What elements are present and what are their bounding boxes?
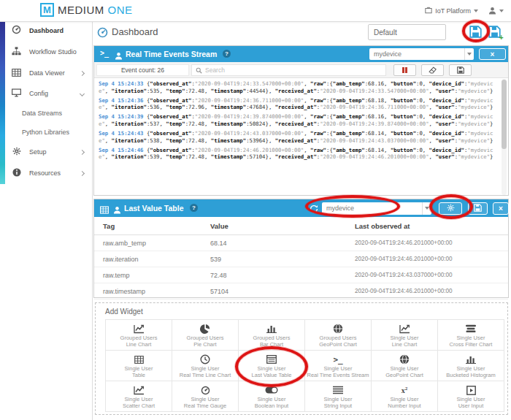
- sidebar-item-dashboard[interactable]: Dashboard: [0, 24, 93, 37]
- pause-stream-button[interactable]: [393, 64, 416, 76]
- sidebar-item-workflow-studio[interactable]: Workflow Studio: [0, 45, 93, 58]
- floppy-save-icon: [474, 202, 482, 215]
- save-dashboard-button[interactable]: [468, 26, 483, 40]
- event-count: Event count: 26: [96, 64, 189, 76]
- stream-close-button[interactable]: ×: [479, 48, 506, 60]
- widget-cell-line1: Single User: [239, 396, 304, 402]
- export-stream-button[interactable]: [449, 64, 472, 76]
- widget-cell-line2: GeoPoint Chart: [305, 341, 371, 348]
- toggle-icon: [239, 384, 304, 396]
- user-icon: [115, 50, 123, 63]
- globe-icon: [305, 323, 371, 335]
- sidebar-item-python-libraries[interactable]: Python Libraries: [0, 126, 93, 139]
- log-entry: Sep 4 15:24:46 {"observed_at":"2020-09-0…: [99, 147, 497, 161]
- events-log: Sep 4 15:24:33 {"observed_at":"2020-09-0…: [94, 78, 500, 196]
- widget-cell-single-user-line-chart[interactable]: Single User Line Chart: [372, 320, 438, 351]
- widget-cell-line2: Real Time Events Stream: [305, 372, 371, 378]
- widget-cell-single-user-real-time-line-chart[interactable]: Single User Real Time Line Chart: [172, 351, 239, 381]
- sidebar-item-label: Python Libraries: [22, 129, 69, 136]
- widget-cell-line2: Real Time Gauge: [172, 402, 238, 409]
- cross-filter-icon: [438, 323, 504, 335]
- widget-cell-line2: Real Time Line Chart: [172, 372, 238, 378]
- widget-cell-single-user-scatter-chart[interactable]: Single User Scatter Chart: [106, 381, 172, 412]
- widget-cell-line1: Single User: [172, 396, 238, 402]
- table-row: raw.amb_temp 68.14 2020-09-04T19:24:46.2…: [94, 235, 508, 251]
- widget-cell-single-user-real-time-gauge[interactable]: Single User Real Time Gauge: [172, 381, 239, 412]
- floppy-save-icon: [457, 64, 464, 77]
- sidebar-item-resources[interactable]: Resources: [0, 167, 93, 180]
- sidebar-item-label: Data Viewer: [29, 69, 65, 77]
- user-icon: [488, 7, 496, 16]
- clock-icon: [172, 354, 238, 365]
- widget-cell-grouped-users-pie-chart[interactable]: Grouped Users Pie Chart: [172, 320, 239, 351]
- log-entry: Sep 4 15:24:39 {"observed_at":"2020-09-0…: [99, 113, 497, 127]
- chevron-down-icon: [425, 207, 429, 210]
- clear-stream-button[interactable]: [421, 64, 444, 76]
- log-timestamp: Sep 4 15:24:36: [99, 97, 144, 104]
- gauge-icon: [11, 24, 22, 37]
- globe-icon: [372, 354, 437, 365]
- widget-cell-line1: Grouped Users: [106, 335, 172, 341]
- widget-cell-single-user-number-input[interactable]: x2 Single User Number Input: [372, 381, 438, 412]
- log-timestamp: Sep 4 15:24:43: [99, 130, 144, 137]
- x-squared-icon: x2: [372, 384, 437, 396]
- help-icon[interactable]: ?: [223, 50, 231, 58]
- chevron-down-icon: [474, 9, 478, 12]
- sidebar-item-config[interactable]: Config: [0, 87, 93, 100]
- widget-cell-single-user-geopoint-chart[interactable]: Single User GeoPoint Chart: [372, 351, 438, 381]
- widget-cell-line1: Single User: [106, 396, 172, 402]
- stream-device-select[interactable]: mydevice: [369, 48, 474, 60]
- dashboard-name-input[interactable]: [368, 24, 446, 40]
- lvt-export-button[interactable]: [468, 202, 488, 215]
- sidebar-item-data-streams[interactable]: Data Streams: [0, 107, 93, 120]
- widget-cell-line1: Single User: [372, 396, 437, 402]
- stream-search-input[interactable]: [205, 66, 366, 74]
- table-row: raw.timestamp 57104 2020-09-04T19:24:46.…: [94, 283, 508, 299]
- table-icon: [11, 66, 22, 80]
- lvt-settings-button[interactable]: [439, 202, 462, 215]
- widget-cell-line2: Line Chart: [106, 341, 172, 348]
- help-icon[interactable]: ?: [190, 204, 198, 212]
- widget-cell-grouped-users-line-chart[interactable]: Grouped Users Line Chart: [106, 320, 172, 351]
- widget-cell-line2: Boolean Input: [239, 402, 304, 409]
- widget-cell-grouped-users-geopoint-chart[interactable]: Grouped Users GeoPoint Chart: [305, 320, 372, 351]
- widget-cell-single-user-cross-filter-chart[interactable]: Single User Cross Filter Chart: [438, 320, 504, 351]
- widget-cell-single-user-bucketed-histogram[interactable]: Single User Bucketed Histogram: [438, 351, 504, 381]
- widget-cell-single-user-last-value-table[interactable]: Single User Last Value Table: [239, 351, 305, 381]
- table-icon: [106, 354, 172, 365]
- widget-cell-line2: Number Input: [372, 402, 437, 409]
- scrollbar-thumb[interactable]: [502, 80, 507, 149]
- chevron-right-icon: [80, 170, 85, 175]
- refresh-icon[interactable]: [310, 203, 318, 216]
- brand-medium: MEDIUM: [58, 4, 104, 16]
- widget-cell-single-user-real-time-events-stream[interactable]: >_ Single User Real Time Events Stream: [305, 351, 372, 381]
- log-timestamp: Sep 4 15:24:39: [99, 113, 144, 120]
- platform-menu[interactable]: IoT Platform: [425, 7, 478, 15]
- lvt-close-button[interactable]: ×: [493, 202, 509, 215]
- cell-value: 72.48: [210, 272, 227, 279]
- widget-cell-line2: Scatter Chart: [106, 402, 172, 409]
- widget-cell-line1: Grouped Users: [172, 335, 238, 341]
- last-value-table-widget: Last Value Table ? mydevice ×: [93, 199, 509, 298]
- widget-cell-line1: Single User: [106, 365, 172, 372]
- widget-cell-single-user-table[interactable]: Single User Table: [106, 351, 172, 381]
- widget-cell-line2: Bucketed Histogram: [438, 372, 504, 378]
- real-time-events-stream-widget: >_ Real Time Events Stream ? mydevice × …: [93, 45, 509, 196]
- widget-cell-line2: Bar Chart: [239, 341, 304, 348]
- cell-tag: raw.temp: [103, 272, 130, 279]
- widget-cell-grouped-users-bar-chart[interactable]: Grouped Users Bar Chart: [239, 320, 305, 351]
- stream-device-value: mydevice: [369, 50, 464, 58]
- cell-last-observed: 2020-09-04T19:24:43.037000+00:00: [355, 272, 453, 278]
- widget-cell-single-user-boolean-input[interactable]: Single User Boolean Input: [239, 381, 305, 412]
- lvt-widget-header: Last Value Table ? mydevice ×: [94, 199, 508, 217]
- cell-last-observed: 2020-09-04T19:24:46.201000+00:00: [355, 240, 453, 246]
- sidebar-item-setup[interactable]: Setup: [0, 145, 93, 159]
- widget-cell-line2: Pie Chart: [172, 341, 238, 348]
- sidebar-item-data-viewer[interactable]: Data Viewer: [0, 66, 93, 80]
- log-scrollbar[interactable]: [502, 79, 507, 195]
- widget-cell-single-user-string-input[interactable]: Single User String Input: [305, 381, 372, 412]
- add-dashboard-button[interactable]: +: [487, 26, 502, 40]
- widget-cell-single-user-user-input[interactable]: Single User User Input: [438, 381, 504, 412]
- lvt-device-select[interactable]: mydevice: [322, 202, 431, 215]
- user-menu[interactable]: [488, 7, 504, 16]
